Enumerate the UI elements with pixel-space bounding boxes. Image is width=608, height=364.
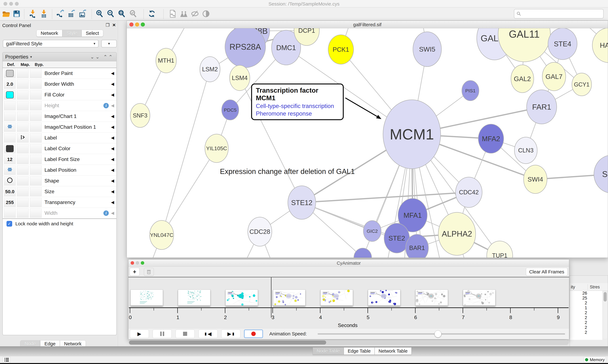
tab-network[interactable]: Network bbox=[36, 30, 62, 37]
expand-collapse-icons[interactable]: ⌄⌄ ⌃⌃ bbox=[90, 54, 114, 60]
search-input[interactable] bbox=[521, 11, 601, 16]
mapping-cell[interactable] bbox=[17, 166, 29, 175]
node-MTH1[interactable]: MTH1 bbox=[156, 48, 176, 73]
mapping-cell[interactable] bbox=[17, 79, 29, 89]
default-cell[interactable] bbox=[4, 208, 16, 218]
cyanimator-titlebar[interactable]: CyAnimator bbox=[128, 260, 569, 267]
expand-row-icon[interactable]: ◀ bbox=[111, 71, 114, 76]
bypass-cell[interactable] bbox=[30, 176, 42, 185]
zoom-out-button[interactable] bbox=[106, 10, 115, 19]
table-row[interactable]: 2 bbox=[570, 320, 602, 325]
export-network-button[interactable] bbox=[56, 10, 65, 19]
info-icon[interactable]: i bbox=[103, 210, 109, 216]
default-cell[interactable] bbox=[4, 112, 16, 121]
node-CDC42[interactable]: CDC42 bbox=[456, 177, 482, 208]
default-cell[interactable]: 255 bbox=[4, 198, 16, 207]
memory-button[interactable]: Memory bbox=[584, 357, 606, 363]
record-button[interactable] bbox=[244, 329, 263, 338]
bypass-cell[interactable] bbox=[30, 208, 42, 218]
default-cell[interactable] bbox=[4, 133, 16, 143]
property-row-size[interactable]: 50.0Size◀ bbox=[3, 186, 116, 197]
play-button[interactable]: ▶ bbox=[130, 329, 149, 338]
expand-row-icon[interactable]: ◀ bbox=[111, 211, 114, 216]
table-col-stress[interactable]: Stres bbox=[590, 285, 600, 289]
property-row-height[interactable]: Heighti◀ bbox=[3, 100, 116, 111]
default-cell[interactable] bbox=[4, 144, 16, 153]
node-SWI4[interactable]: SWI4 bbox=[524, 165, 547, 194]
node-PDC5[interactable]: PDC5 bbox=[222, 100, 239, 120]
table-row[interactable]: 1 bbox=[570, 305, 602, 310]
default-cell[interactable] bbox=[4, 69, 16, 78]
mapping-cell[interactable] bbox=[17, 69, 29, 78]
expand-row-icon[interactable]: ◀ bbox=[111, 92, 114, 97]
node-CLN3[interactable]: CLN3 bbox=[514, 137, 537, 164]
node-MFA2[interactable]: MFA2 bbox=[478, 124, 504, 153]
table-horizontal-scrollbar[interactable] bbox=[129, 340, 569, 345]
expand-row-icon[interactable]: ◀ bbox=[111, 103, 114, 108]
node-CDC28[interactable]: CDC28 bbox=[248, 217, 272, 246]
mapping-cell[interactable] bbox=[17, 208, 29, 218]
eye-slash-button[interactable] bbox=[190, 10, 199, 19]
default-cell[interactable] bbox=[4, 176, 16, 185]
tab-style[interactable]: Style bbox=[62, 30, 82, 37]
zoom-fit-button[interactable] bbox=[117, 10, 126, 19]
node-RPS28A[interactable]: RPS28A bbox=[225, 28, 265, 68]
network-file-button[interactable] bbox=[168, 10, 177, 19]
binoculars-button[interactable] bbox=[179, 10, 188, 19]
node-GAL11[interactable]: GAL11 bbox=[498, 28, 550, 62]
node-ALPHA2[interactable]: ALPHA2 bbox=[438, 212, 476, 255]
clear-all-frames-button[interactable]: Clear All Frames bbox=[526, 268, 567, 276]
table-row[interactable]: 2 bbox=[570, 330, 602, 335]
bypass-cell[interactable] bbox=[30, 166, 42, 175]
node-GAL2[interactable]: GAL2 bbox=[511, 65, 534, 93]
property-row-border-paint[interactable]: Border Paint◀ bbox=[3, 68, 116, 79]
node-PCK1[interactable]: PCK1 bbox=[328, 35, 354, 64]
table-row[interactable]: 2 bbox=[570, 315, 602, 320]
expand-row-icon[interactable]: ◀ bbox=[111, 200, 114, 205]
annotation-link[interactable]: Cell-type-specific transcription bbox=[256, 103, 339, 109]
node-SLT2[interactable]: SLT2 bbox=[594, 155, 608, 193]
open-session-button[interactable] bbox=[1, 10, 11, 19]
previous-frame-button[interactable]: ▮◀ bbox=[199, 329, 218, 338]
network-window-titlebar[interactable]: galFiltered.sif bbox=[127, 21, 608, 28]
node-STE12[interactable]: STE12 bbox=[288, 186, 316, 219]
expand-row-icon[interactable]: ◀ bbox=[111, 157, 114, 162]
export-table-button[interactable] bbox=[67, 10, 76, 19]
next-frame-button[interactable]: ▶▮ bbox=[221, 329, 240, 338]
bypass-cell[interactable] bbox=[30, 187, 42, 196]
node-PIS1[interactable]: PIS1 bbox=[462, 80, 479, 101]
table-col-connectivity[interactable]: ity bbox=[571, 285, 575, 289]
default-cell[interactable] bbox=[4, 123, 16, 132]
expand-row-icon[interactable]: ◀ bbox=[111, 135, 114, 140]
tab-network-table[interactable]: Network Table bbox=[375, 347, 412, 355]
zoom-in-button[interactable] bbox=[95, 10, 104, 19]
node-SNF3[interactable]: SNF3 bbox=[130, 104, 150, 128]
bypass-cell[interactable] bbox=[30, 69, 42, 78]
node-YNL047C[interactable]: YNL047C bbox=[150, 221, 174, 249]
bypass-cell[interactable] bbox=[30, 155, 42, 164]
node-FAR1[interactable]: FAR1 bbox=[527, 90, 557, 124]
expand-row-icon[interactable]: ◀ bbox=[111, 82, 114, 87]
pause-button[interactable] bbox=[153, 329, 172, 338]
node-GCY1[interactable]: GCY1 bbox=[572, 73, 592, 96]
node-STE4[interactable]: STE4 bbox=[548, 28, 577, 60]
property-row-label-position[interactable]: Label Position◀ bbox=[3, 165, 116, 176]
bypass-cell[interactable] bbox=[30, 198, 42, 207]
default-cell[interactable] bbox=[4, 90, 16, 99]
node-HAP2[interactable]: HAP2 bbox=[592, 28, 608, 63]
mapping-cell[interactable] bbox=[17, 187, 29, 196]
node-YIL105C[interactable]: YIL105C bbox=[205, 134, 228, 163]
property-row-label[interactable]: Label◀ bbox=[3, 132, 116, 143]
close-panel-icon[interactable]: × bbox=[112, 22, 116, 28]
mapping-cell[interactable] bbox=[17, 144, 29, 153]
mapping-cell[interactable] bbox=[17, 155, 29, 164]
node-NODE_X[interactable] bbox=[354, 248, 372, 258]
mapping-cell[interactable] bbox=[17, 198, 29, 207]
eye-button[interactable] bbox=[201, 10, 211, 19]
node-LSM4[interactable]: LSM4 bbox=[230, 65, 250, 91]
property-row-border-width[interactable]: 2.0Border Width◀ bbox=[3, 79, 116, 90]
bypass-cell[interactable] bbox=[30, 144, 42, 153]
property-row-fill-color[interactable]: Fill Color◀ bbox=[3, 90, 116, 100]
property-row-image-chart-position-1[interactable]: Image/Chart Position 1◀ bbox=[3, 122, 116, 132]
bypass-cell[interactable] bbox=[30, 79, 42, 89]
